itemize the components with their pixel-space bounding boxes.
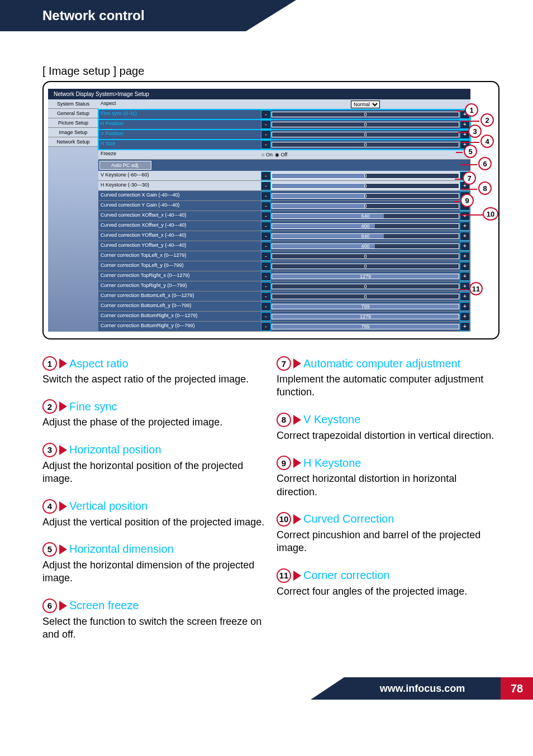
minus-button[interactable]: - [261,303,270,310]
row-curved-xoffset-y: Curved correction XOffset_y (-40---40) -… [98,221,470,231]
callout-7: 7 [463,171,476,185]
callout-9: 9 [460,194,474,207]
row-corner-tr-y: Corner correction TopRight_y (0---799) -… [98,281,470,291]
desc-item-2: 2Fine sync Adjust the phase of the proje… [42,399,265,429]
title-slope [246,0,296,31]
minus-button[interactable]: - [261,121,270,128]
row-vpos: V Position -0+ [98,130,470,140]
arrow-icon [59,401,67,412]
desc-item-8: 8V Keystone Correct trapezoidal distorti… [277,413,499,442]
minus-button[interactable]: - [261,313,270,320]
sidebar-item-network-setup[interactable]: Network Setup [48,137,98,147]
screenshot-frame: Network Display System>Image Setup Syste… [42,81,499,339]
desc-item-4: 4Vertical position Adjust the vertical p… [42,499,265,529]
row-vkeystone: V Keystone (-60---60) -0+ [98,171,470,181]
row-curved-yoffset-y: Curved correction YOffset_y (-40---40) -… [98,241,470,251]
desc-item-9: 9H Keystone Correct horizontal distortio… [277,456,499,499]
minus-button[interactable]: - [261,111,270,118]
minus-button[interactable]: - [261,212,270,220]
row-aspect: Aspect Normal [98,99,470,109]
minus-button[interactable]: - [261,293,270,300]
arrow-icon [59,358,67,369]
minus-button[interactable]: - [261,192,270,200]
minus-button[interactable]: - [261,283,270,290]
row-corner-bl-y: Corner correction BottomLeft_y (0---799)… [98,302,470,312]
minus-button[interactable]: - [261,242,270,250]
auto-pc-adj-button[interactable]: Auto PC adj. [99,161,151,170]
section-heading: Network control [0,0,246,31]
desc-left-col: 1Aspect ratio Switch the aspect ratio of… [42,356,265,655]
footer: www.infocus.com 78 [0,677,533,700]
minus-button[interactable]: - [261,172,270,180]
sidebar: System Status General Setup Picture Setu… [48,99,98,332]
minus-button[interactable]: - [261,222,270,230]
minus-button[interactable]: - [261,252,270,260]
ui-panel: System Status General Setup Picture Setu… [48,99,470,332]
sidebar-item-system-status[interactable]: System Status [48,99,98,109]
row-corner-br-x: Corner correction BottomRight_x (0---127… [98,312,470,322]
breadcrumb: Network Display System>Image Setup [48,89,470,99]
minus-button[interactable]: - [261,141,270,149]
row-curved-x-gain: Curved correction X Gain (-40---40) -0+ [98,191,470,201]
slider-track[interactable]: 0 [272,112,459,117]
desc-item-10: 10Curved Correction Correct pincushion a… [277,512,499,555]
desc-item-6: 6Screen freeze Select the function to sw… [42,599,265,642]
callout-5: 5 [464,145,477,158]
slider-track[interactable]: 0 [272,132,459,137]
arrow-icon [59,544,67,554]
arrow-icon [293,358,301,369]
footer-url: www.infocus.com [344,677,501,700]
label-vpos: V Position [98,130,260,139]
label-hpos: H Position [98,119,260,129]
minus-button[interactable]: - [261,232,270,240]
row-corner-tl-y: Corner correction TopLeft_y (0---799) -0… [98,261,470,271]
sidebar-item-picture-setup[interactable]: Picture Setup [48,118,98,128]
aspect-select[interactable]: Normal [351,101,380,108]
callout-4: 4 [480,135,494,148]
row-autopc: Auto PC adj. [98,160,470,171]
row-hsize: H Size -0+ [98,140,470,150]
arrow-icon [293,514,301,524]
slider-track[interactable]: 0 [272,142,459,147]
page-title: [ Image setup ] page [42,65,499,78]
row-corner-bl-x: Corner correction BottomLeft_x (0---1279… [98,291,470,302]
minus-button[interactable]: - [261,272,270,280]
footer-slope [311,677,344,700]
row-corner-tr-x: Corner correction TopRight_x (0---1279) … [98,271,470,281]
minus-button[interactable]: - [261,323,270,331]
label-finesync: Fine sync (0-31) [98,109,260,119]
settings-grid: Aspect Normal Fine sync (0-31) - 0 + H P… [98,99,470,332]
descriptions: 1Aspect ratio Switch the aspect ratio of… [42,356,499,655]
arrow-icon [293,571,301,581]
callout-10: 10 [483,207,498,221]
desc-item-11: 11Corner correction Correct four angles … [277,568,499,598]
callout-8: 8 [478,181,492,195]
sidebar-item-general-setup[interactable]: General Setup [48,109,98,118]
row-corner-br-y: Corner correction BottomRight_y (0---799… [98,322,470,332]
desc-item-1: 1Aspect ratio Switch the aspect ratio of… [42,356,265,386]
minus-button[interactable]: - [261,262,270,270]
row-curved-xoffset-x: Curved correction XOffset_x (-40---40) -… [98,211,470,221]
row-freeze: Freeze ○ On ◉ Off [98,150,470,160]
freeze-on-radio[interactable]: ○ On [261,152,273,157]
minus-button[interactable]: - [261,131,270,138]
minus-button[interactable]: - [261,202,270,210]
sidebar-item-image-setup[interactable]: Image Setup [48,128,98,137]
slider-track[interactable]: 0 [272,122,459,127]
arrow-icon [293,458,301,468]
title-bar: Network control [0,0,533,31]
row-hkeystone: H Keystone (-30---30) -0+ [98,181,470,191]
row-finesync: Fine sync (0-31) - 0 + [98,109,470,119]
row-hpos: H Position -0+ [98,119,470,130]
arrow-icon [59,445,67,455]
arrow-icon [293,415,301,425]
desc-item-5: 5Horizontal dimension Adjust the horizon… [42,542,265,585]
row-corner-tl-x: Corner correction TopLeft_x (0---1279) -… [98,251,470,261]
row-curved-y-gain: Curved correction Y Gain (-40---40) -0+ [98,201,470,211]
freeze-off-radio[interactable]: ◉ Off [275,152,287,157]
row-curved-yoffset-x: Curved correction YOffset_x (-40---40) -… [98,231,470,241]
minus-button[interactable]: - [261,182,270,190]
callout-2: 2 [480,113,494,127]
callout-6: 6 [478,157,492,170]
page-number: 78 [501,677,533,700]
